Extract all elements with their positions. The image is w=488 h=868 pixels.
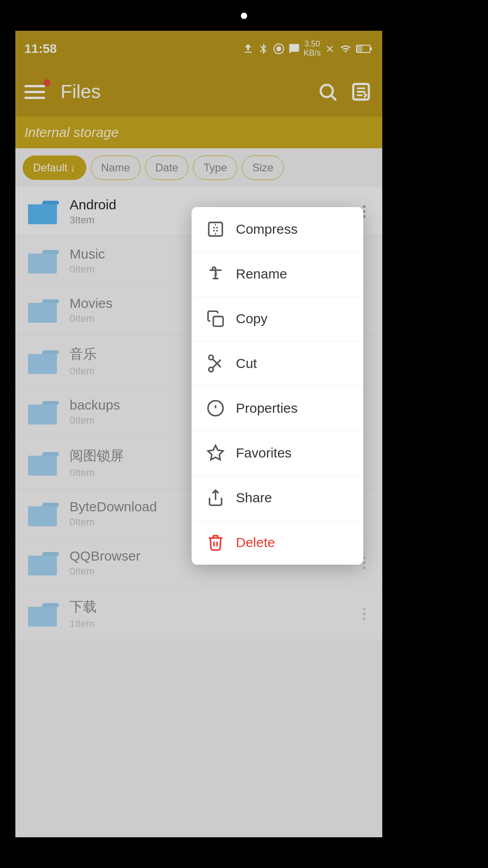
context-menu: Compress A Rename Copy: [192, 207, 363, 565]
favorites-icon: [205, 443, 226, 463]
menu-item-rename[interactable]: A Rename: [192, 252, 363, 297]
menu-item-delete[interactable]: Delete: [192, 520, 363, 565]
delete-icon: [205, 532, 226, 553]
menu-item-copy[interactable]: Copy: [192, 297, 363, 341]
menu-item-compress[interactable]: Compress: [192, 207, 363, 252]
menu-item-cut-label: Cut: [236, 356, 257, 371]
menu-item-favorites[interactable]: Favorites: [192, 431, 363, 476]
rename-icon: A: [205, 264, 226, 284]
menu-item-copy-label: Copy: [236, 311, 267, 326]
svg-marker-19: [208, 445, 223, 460]
menu-item-delete-label: Delete: [236, 535, 275, 550]
screen: 11:58 3.50KB/s: [15, 31, 382, 837]
menu-item-compress-label: Compress: [236, 222, 298, 237]
menu-item-cut[interactable]: Cut: [192, 341, 363, 386]
menu-item-properties-label: Properties: [236, 401, 298, 416]
menu-item-favorites-label: Favorites: [236, 445, 291, 461]
svg-rect-9: [212, 278, 218, 279]
svg-text:A: A: [214, 270, 218, 276]
copy-icon: [205, 308, 226, 329]
properties-icon: [205, 398, 226, 419]
svg-point-12: [209, 367, 213, 372]
menu-item-rename-label: Rename: [236, 266, 287, 282]
menu-item-properties[interactable]: Properties: [192, 386, 363, 431]
menu-item-share[interactable]: Share: [192, 476, 363, 520]
top-indicator: [241, 13, 247, 19]
share-icon: [205, 487, 226, 508]
menu-item-share-label: Share: [236, 490, 272, 505]
svg-rect-11: [213, 316, 223, 326]
svg-point-13: [209, 355, 213, 360]
cut-icon: [205, 353, 226, 374]
compress-icon: [205, 219, 226, 240]
